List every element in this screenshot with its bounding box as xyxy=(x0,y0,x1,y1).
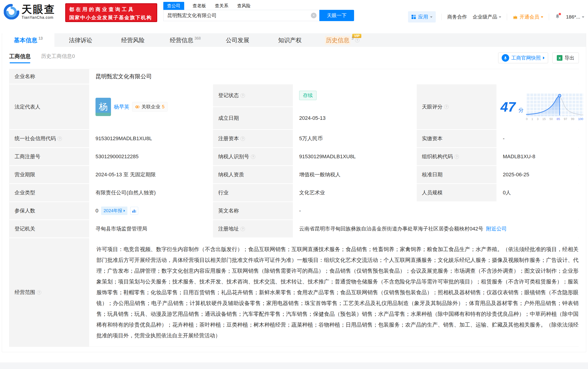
status-badge: 存续 xyxy=(299,91,316,100)
user-account[interactable]: 186*... xyxy=(566,14,584,20)
english-name-label: 英文名称 xyxy=(213,202,293,219)
help-icon[interactable]: ? xyxy=(454,154,459,159)
reg-capital-label: 注册资本 ? xyxy=(213,130,293,147)
search-input[interactable] xyxy=(167,13,311,18)
apps-grid-icon xyxy=(411,15,416,19)
paid-capital-value: - xyxy=(497,130,585,147)
card-bottom-spacer xyxy=(2,347,586,352)
tab-intellectual-property[interactable]: 知识产权 xyxy=(264,33,316,47)
search-tab-risk[interactable]: 查风险 xyxy=(237,2,251,10)
taxpayer-id-value: 91530129MADLB1XU8L xyxy=(294,148,416,165)
tab-operation-info[interactable]: 经营信息 368 xyxy=(159,33,211,47)
staff-size-label: 人员规模 xyxy=(417,184,496,201)
english-name-value: - xyxy=(294,202,585,219)
tianyancha-logo-icon xyxy=(4,4,19,20)
arrow-right-icon xyxy=(543,57,545,59)
arrow-right-icon xyxy=(124,210,125,212)
vip-badge: VIP xyxy=(352,34,361,38)
business-term-value: 2024-05-13 至 无固定期限 xyxy=(90,166,212,183)
notifications-bell[interactable] xyxy=(555,14,560,20)
score-axis-ticks: 0131550859799100 xyxy=(526,117,583,121)
industry-value: 文化艺术业 xyxy=(294,184,416,201)
score-label: 天眼评分 ? xyxy=(417,84,496,129)
business-scope-value: 许可项目：电竞音视频、数字衍生内容制作（不含出版发行）；食品互联网销售；互联网直… xyxy=(90,238,585,347)
excel-icon: X xyxy=(557,55,562,61)
export-button[interactable]: X 导出 xyxy=(552,52,579,63)
score-value: 47 分 xyxy=(497,84,585,129)
reg-number-label: 工商注册号 xyxy=(9,148,89,165)
legal-rep-avatar[interactable]: 杨 xyxy=(95,98,111,116)
nearby-companies-link[interactable]: 附近公司 xyxy=(486,225,507,232)
help-icon[interactable]: ? xyxy=(251,154,255,159)
related-companies-badge[interactable]: 关联企业 5 xyxy=(132,102,168,112)
search-area: 查公司 查老板 查关系 查风险 × 天眼一下 xyxy=(163,2,354,21)
reg-authority-label: 登记机关 xyxy=(9,220,89,237)
tianyancha-logo[interactable]: 天眼查 TianYanCha.com xyxy=(4,4,64,20)
score-number: 47 xyxy=(501,100,516,114)
search-tab-company[interactable]: 查公司 xyxy=(163,2,184,10)
approval-date-value: 2025-06-25 xyxy=(497,166,585,183)
related-companies-icon xyxy=(135,104,140,109)
company-type-label: 企业类型 xyxy=(9,184,89,201)
header-nav: 应用 商务合作 企业级产品 开通会员 186*... xyxy=(408,11,584,22)
establish-date-value: 2024-05-13 xyxy=(294,107,416,129)
related-companies-label: 关联企业 xyxy=(141,104,160,110)
chevron-down-icon xyxy=(499,16,501,18)
search-tab-boss[interactable]: 查老板 xyxy=(192,2,207,10)
divider xyxy=(441,14,441,20)
stamp-icon xyxy=(502,54,509,62)
promo-banner-line1: 都在用的商业查询工具 xyxy=(69,6,153,13)
tab-company-development[interactable]: 公司发展 xyxy=(211,33,264,47)
help-icon[interactable]: ? xyxy=(355,38,359,42)
tab-operation-risk[interactable]: 经营风险 xyxy=(107,33,159,47)
related-companies-count: 5 xyxy=(162,104,165,110)
help-icon[interactable]: ? xyxy=(37,290,41,295)
logo-text: 天眼查 xyxy=(21,4,55,15)
logo-domain: TianYanCha.com xyxy=(21,15,55,20)
search-tabs: 查公司 查老板 查关系 查风险 xyxy=(163,2,354,10)
help-icon[interactable]: ? xyxy=(57,136,62,141)
subtab-history-business-info[interactable]: 历史工商信息0 xyxy=(41,53,75,63)
nav-business-cooperation[interactable]: 商务合作 xyxy=(447,14,467,20)
clear-search-icon[interactable]: × xyxy=(311,13,316,18)
crown-icon xyxy=(513,14,518,20)
help-icon[interactable]: ? xyxy=(444,104,449,109)
export-label: 导出 xyxy=(565,55,574,61)
chevron-down-icon xyxy=(430,16,432,18)
tab-legal-litigation[interactable]: 法律诉讼 xyxy=(54,33,107,47)
help-icon[interactable]: ? xyxy=(241,93,245,98)
legal-rep-value: 杨 杨早英 关联企业 5 xyxy=(90,84,212,129)
reg-status-value: 存续 xyxy=(294,84,416,106)
staff-size-value: 0人 xyxy=(497,184,585,201)
search-tab-relation[interactable]: 查关系 xyxy=(214,2,229,10)
score-distribution-chart: 0131550859799100 xyxy=(526,93,583,121)
insured-trend-chart-button[interactable] xyxy=(130,207,138,215)
promo-banner-line2: 国家中小企业发展子基金旗下机构 xyxy=(69,14,153,21)
tab-history-info[interactable]: VIP 历史信息 3 ? xyxy=(316,33,368,47)
tab-basic-info[interactable]: 基本信息 13 xyxy=(2,33,54,47)
taxpayer-quality-label: 纳税人资质 xyxy=(213,166,293,183)
bar-chart-icon xyxy=(132,208,136,213)
insured-count-label: 参保人数 xyxy=(9,202,89,219)
apps-label: 应用 xyxy=(418,14,428,20)
promo-banner: 都在用的商业查询工具 国家中小企业发展子基金旗下机构 xyxy=(65,3,157,22)
company-name-label: 企业名称 xyxy=(9,69,89,84)
credit-code-value: 91530129MADLB1XU8L xyxy=(90,130,212,147)
official-snapshot-button[interactable]: 工商官网快照 xyxy=(498,52,548,63)
insured-count-value: 0 2024年报 xyxy=(90,202,212,219)
help-icon[interactable]: ? xyxy=(241,227,245,231)
page-bottom-band xyxy=(0,362,588,369)
apps-menu[interactable]: 应用 xyxy=(408,11,436,22)
annual-report-badge[interactable]: 2024年报 xyxy=(101,206,127,215)
user-name: 186*... xyxy=(566,14,580,20)
legal-rep-name-link[interactable]: 杨早英 xyxy=(114,103,129,110)
help-icon[interactable]: ? xyxy=(241,136,245,141)
reg-status-label: 登记状态 ? xyxy=(213,84,293,106)
nav-enterprise-products[interactable]: 企业级产品 xyxy=(472,14,501,20)
business-info-table: 企业名称 昆明甄宏文化有限公司 法定代表人 杨 杨早英 关联企业 5 登记状态 … xyxy=(9,69,579,347)
nav-open-vip[interactable]: 开通会员 xyxy=(513,14,543,20)
search-button[interactable]: 天眼一下 xyxy=(319,10,354,21)
main-tabs: 基本信息 13 法律诉讼 经营风险 经营信息 368 公司发展 知识产权 VIP… xyxy=(2,33,586,47)
legal-rep-label: 法定代表人 xyxy=(9,84,89,129)
subtab-business-info[interactable]: 工商信息 xyxy=(9,53,31,63)
